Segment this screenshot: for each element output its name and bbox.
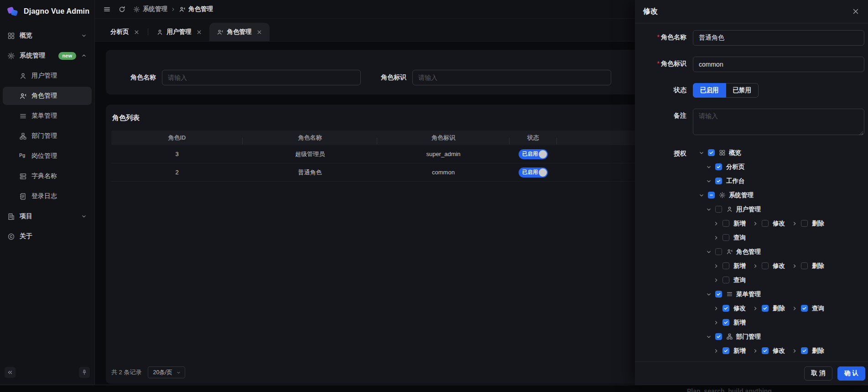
tree-node-删除[interactable]: 删除 xyxy=(791,262,824,270)
tree-node-用户管理[interactable]: 用户管理 xyxy=(706,205,761,214)
tree-checkbox[interactable] xyxy=(715,333,722,340)
sidebar-item-系统管理[interactable]: 系统管理new xyxy=(3,47,92,65)
sidebar-item-字典名称[interactable]: 字典名称 xyxy=(3,167,92,185)
chevron-right-icon[interactable] xyxy=(713,235,719,241)
page-size-select[interactable]: 20条/页 xyxy=(148,366,185,378)
search-input-角色标识[interactable] xyxy=(412,70,611,85)
remark-textarea[interactable] xyxy=(693,109,864,135)
chevron-down-icon[interactable] xyxy=(706,178,712,184)
tree-checkbox[interactable] xyxy=(801,262,808,269)
tree-checkbox[interactable] xyxy=(722,347,729,354)
tree-node-工作台[interactable]: 工作台 xyxy=(706,177,745,185)
tab-角色管理[interactable]: 角色管理 xyxy=(209,23,270,41)
tree-checkbox[interactable] xyxy=(762,262,769,269)
tree-node-菜单管理[interactable]: 菜单管理 xyxy=(706,290,761,298)
segment-option-已禁用[interactable]: 已禁用 xyxy=(726,83,759,98)
chevron-down-icon[interactable] xyxy=(698,150,705,156)
tree-node-修改[interactable]: 修改 xyxy=(752,220,785,228)
tree-node-新增[interactable]: 新增 xyxy=(713,347,746,355)
tree-node-新增[interactable]: 新增 xyxy=(713,262,746,270)
sidebar-item-角色管理[interactable]: 角色管理 xyxy=(3,87,92,105)
tree-checkbox[interactable] xyxy=(722,220,729,227)
chevron-right-icon[interactable] xyxy=(791,220,798,227)
tree-checkbox[interactable] xyxy=(708,149,715,156)
tree-checkbox[interactable] xyxy=(715,248,722,255)
chevron-right-icon[interactable] xyxy=(713,305,719,312)
status-toggle[interactable]: 已启用 xyxy=(519,167,548,178)
tree-checkbox[interactable] xyxy=(722,262,729,269)
hamburger-menu-icon[interactable] xyxy=(103,5,111,13)
tree-checkbox[interactable] xyxy=(722,305,729,312)
tree-checkbox[interactable] xyxy=(722,234,729,241)
chevron-right-icon[interactable] xyxy=(752,305,759,312)
tree-checkbox[interactable] xyxy=(762,347,769,354)
breadcrumb-item-系统管理[interactable]: 系统管理 xyxy=(133,5,167,13)
status-toggle[interactable]: 已启用 xyxy=(519,149,548,159)
tree-node-部门管理[interactable]: 部门管理 xyxy=(706,333,761,341)
sidebar-item-用户管理[interactable]: 用户管理 xyxy=(3,67,92,85)
chevron-right-icon[interactable] xyxy=(713,220,719,227)
tree-checkbox[interactable] xyxy=(801,305,808,312)
chevron-right-icon[interactable] xyxy=(791,348,798,354)
tree-node-修改[interactable]: 修改 xyxy=(752,262,785,270)
tree-node-新增[interactable]: 新增 xyxy=(713,220,746,228)
app-logo[interactable]: Djagno Vue Admin xyxy=(0,0,94,23)
chevron-right-icon[interactable] xyxy=(752,263,759,269)
chevron-down-icon[interactable] xyxy=(698,192,705,199)
tree-node-删除[interactable]: 删除 xyxy=(752,304,785,313)
chevron-right-icon[interactable] xyxy=(791,305,798,312)
close-icon[interactable] xyxy=(196,29,202,35)
tree-node-删除[interactable]: 删除 xyxy=(791,220,824,228)
chevron-right-icon[interactable] xyxy=(713,263,719,269)
drawer-input-角色标识[interactable] xyxy=(693,57,864,72)
chevron-right-icon[interactable] xyxy=(752,220,759,227)
tree-node-概览[interactable]: 概览 xyxy=(698,149,741,157)
search-input-角色名称[interactable] xyxy=(162,70,361,85)
sidebar-item-岗位管理[interactable]: Pg岗位管理 xyxy=(3,147,92,165)
chevron-right-icon[interactable] xyxy=(713,277,719,283)
sidebar-item-项目[interactable]: 项目 xyxy=(3,207,92,225)
chevron-right-icon[interactable] xyxy=(713,319,719,326)
tree-checkbox[interactable] xyxy=(762,305,769,312)
tree-node-修改[interactable]: 修改 xyxy=(752,347,785,355)
tree-node-查询[interactable]: 查询 xyxy=(791,304,824,313)
close-icon[interactable] xyxy=(852,7,860,16)
chevron-down-icon[interactable] xyxy=(706,249,712,255)
chevron-down-icon[interactable] xyxy=(706,291,712,298)
tree-checkbox[interactable] xyxy=(715,163,722,170)
chevron-right-icon[interactable] xyxy=(752,348,759,354)
drawer-input-角色名称[interactable] xyxy=(693,30,864,46)
tab-分析页[interactable]: 分析页 xyxy=(103,23,147,41)
close-icon[interactable] xyxy=(256,29,262,35)
sidebar-item-部门管理[interactable]: 部门管理 xyxy=(3,127,92,145)
chevron-down-icon[interactable] xyxy=(706,334,712,340)
segment-option-已启用[interactable]: 已启用 xyxy=(693,83,726,98)
tab-用户管理[interactable]: 用户管理 xyxy=(149,23,209,41)
tree-checkbox[interactable] xyxy=(722,277,729,283)
tree-node-查询[interactable]: 查询 xyxy=(713,234,746,242)
tree-checkbox[interactable] xyxy=(762,220,769,227)
chevron-right-icon[interactable] xyxy=(791,263,798,269)
sidebar-item-菜单管理[interactable]: 菜单管理 xyxy=(3,107,92,125)
tree-checkbox[interactable] xyxy=(801,220,808,227)
sidebar-item-登录日志[interactable]: 登录日志 xyxy=(3,187,92,205)
tree-node-修改[interactable]: 修改 xyxy=(713,304,746,313)
close-icon[interactable] xyxy=(134,29,140,35)
cancel-button[interactable]: 取 消 xyxy=(804,366,832,381)
tree-node-角色管理[interactable]: 角色管理 xyxy=(706,248,761,256)
chevron-down-icon[interactable] xyxy=(706,206,712,213)
sidebar-pin-button[interactable] xyxy=(79,367,90,378)
breadcrumb-item-角色管理[interactable]: 角色管理 xyxy=(179,5,213,13)
chevron-down-icon[interactable] xyxy=(706,164,712,170)
tree-checkbox[interactable] xyxy=(708,192,715,199)
tree-node-删除[interactable]: 删除 xyxy=(791,347,824,355)
tree-checkbox[interactable] xyxy=(715,206,722,213)
refresh-icon[interactable] xyxy=(118,5,126,13)
confirm-button[interactable]: 确 认 xyxy=(837,366,865,381)
tree-node-新增[interactable]: 新增 xyxy=(713,319,746,327)
chevron-right-icon[interactable] xyxy=(713,348,719,354)
sidebar-collapse-button[interactable] xyxy=(5,367,16,378)
tree-node-分析页[interactable]: 分析页 xyxy=(706,163,745,171)
tree-node-系统管理[interactable]: 系统管理 xyxy=(698,191,754,199)
sidebar-item-概览[interactable]: 概览 xyxy=(3,26,92,45)
